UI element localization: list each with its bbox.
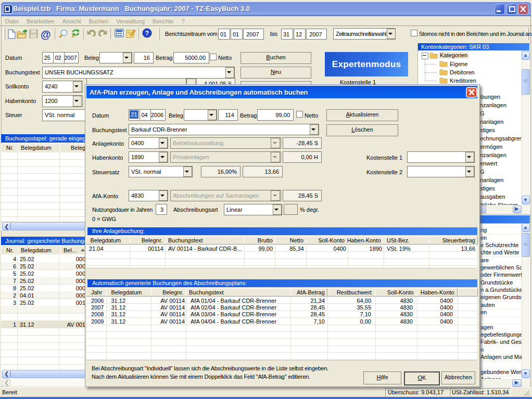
svg-text:?: ?: [145, 30, 149, 37]
